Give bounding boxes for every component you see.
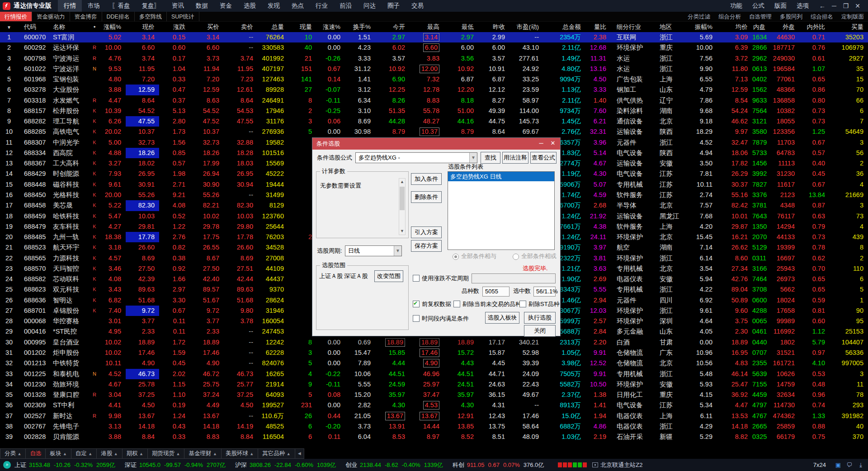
column-header[interactable]: 量比 (585, 22, 611, 32)
toolbar-link[interactable]: 定制版面 (837, 12, 868, 21)
table-row[interactable]: 5601968宝钢包装4.807.200.337.207.23127463141… (0, 74, 868, 85)
checkbox-updown-period[interactable]: 使用涨跌不定周期 (413, 275, 469, 282)
toolbar-link[interactable]: 综合排名 (807, 12, 837, 21)
checkbox-exclude-st[interactable]: 剔除ST品种 (519, 301, 560, 307)
condition-list-item[interactable]: 多空趋势线XG 日线 (448, 172, 554, 181)
index-quote[interactable]: 深证10545.0-99.57-0.94%2707亿 (125, 461, 229, 469)
monitor-icon[interactable]: ▣ (835, 462, 842, 468)
menu-item[interactable]: 资金 (214, 0, 238, 12)
tab-scroll-left-icon[interactable]: ◀ (295, 448, 304, 459)
message-icon[interactable]: 🗩 (846, 462, 853, 468)
toolbar-link[interactable]: 自选管理 (745, 12, 776, 21)
checkbox-forward-adjusted[interactable]: 前复权数据 (413, 301, 451, 307)
find-button[interactable]: 查找 (481, 152, 500, 164)
scroll-up-icon[interactable]: ▲ (399, 179, 405, 185)
menu-item[interactable]: 数据 (190, 0, 214, 12)
market-tab[interactable]: 基金理财 ▲ (184, 448, 221, 459)
quote-tab[interactable]: 行情报价 (0, 12, 32, 21)
column-header[interactable]: 总金额 (543, 22, 585, 32)
table-row[interactable]: 34001230劲旅环境4.6725.781.1525.7525.7721914… (0, 379, 868, 390)
menu-item[interactable]: 市场 (82, 0, 106, 12)
change-range-button[interactable]: 改变范围 (374, 270, 403, 282)
market-tab[interactable]: 自定 ▲ (71, 448, 97, 459)
table-row[interactable]: 35001328登康口腔R3.0437.251.1037.2437.256409… (0, 390, 868, 400)
market-tab[interactable]: 板块 ▲ (46, 448, 71, 459)
menu-item[interactable]: 复盘〗 (136, 0, 166, 12)
sort-caret-icon[interactable]: ▼ (7, 25, 11, 30)
toolbar-link[interactable]: 分类过滤 (684, 12, 714, 21)
column-header[interactable]: 买量 (830, 22, 868, 32)
menu-item[interactable]: 问达 (358, 0, 382, 12)
menu-item[interactable]: 发现 (262, 0, 286, 12)
column-header[interactable]: ▼ (0, 22, 18, 32)
checkbox-exclude-untraded[interactable]: 剔除当前未交易的品种 (453, 301, 521, 307)
view-formula-button[interactable]: 查看公式 (530, 152, 557, 164)
execute-button[interactable]: 执行选股 (524, 312, 556, 324)
quote-tab[interactable]: DDE排名 (102, 12, 135, 21)
market-tab[interactable]: 其它品种 ▲ (258, 448, 295, 459)
table-row[interactable]: 31001202炬申股份10.0217.461.5917.46--6222830… (0, 348, 868, 358)
scroll-down-icon[interactable]: ▼ (399, 228, 405, 235)
column-header[interactable]: 昨收 (478, 22, 509, 32)
market-tab[interactable]: 美股环球 ▲ (222, 448, 258, 459)
market-tab[interactable]: 期权 ▲ (123, 448, 148, 459)
close-icon[interactable]: ✕ (852, 0, 863, 12)
download-icon[interactable]: ⤓ (857, 462, 864, 469)
dialog-close-icon[interactable]: ✕ (547, 138, 558, 149)
market-tab[interactable]: 自选 (26, 448, 46, 459)
quote-tab[interactable]: 多空阵线 (135, 12, 167, 21)
menu-item[interactable]: 选项 (792, 0, 814, 12)
column-header[interactable]: 现价 (126, 22, 159, 32)
column-header[interactable]: 细分行业 (611, 22, 654, 32)
delete-condition-button[interactable]: 删除条件 (411, 191, 442, 203)
back-icon[interactable]: ← (816, 0, 828, 12)
table-row[interactable]: 10688285高铁电气K20.0210.371.7310.37--276936… (0, 127, 868, 137)
menu-item[interactable]: 行情 (58, 0, 82, 12)
server-status[interactable]: 北京联通主站Z2 (592, 461, 642, 469)
table-row[interactable]: 7603318水发燃气R4.478.640.378.638.642464918-… (0, 95, 868, 106)
table-row[interactable]: 4601022宁波远洋N9.5311.951.0411.9411.9540719… (0, 64, 868, 74)
dialog-title[interactable]: 条件选股 (312, 138, 560, 150)
table-row[interactable]: 30000995皇台酒业10.0218.891.7218.89--1224280… (0, 337, 868, 348)
usage-button[interactable]: 用法注释 (502, 152, 528, 164)
table-row[interactable]: 1600070ST富润5.023.140.153.14--76264100.00… (0, 32, 868, 42)
dialog-minimize-icon[interactable]: ─ (536, 138, 547, 149)
column-header[interactable]: 卖价 (224, 22, 258, 32)
column-header[interactable]: 均价 (717, 22, 752, 32)
column-header[interactable]: 名称 (47, 22, 89, 32)
column-header[interactable]: 振幅% (688, 22, 717, 32)
table-row[interactable]: 6603278大业股份3.8812.590.4712.5912.61899282… (0, 85, 868, 95)
menu-item[interactable]: 功能 (725, 0, 747, 12)
table-row[interactable]: 39002828贝肯能源3.888.840.338.838.8411650460… (0, 432, 868, 442)
column-header[interactable]: 涨幅% (100, 22, 126, 32)
table-row[interactable]: 38002767先锋电子3.1314.180.4314.1814.1948525… (0, 421, 868, 432)
market-tab[interactable]: 分类 ▲ (0, 448, 26, 459)
chevron-down-icon[interactable]: ▼ (394, 246, 401, 256)
table-row[interactable]: 36002309ST中利4.414.500.194.494.5019952723… (0, 400, 868, 410)
menu-item[interactable]: 版面 (769, 0, 792, 12)
close-button[interactable]: 关闭 (524, 325, 556, 337)
column-header[interactable]: 内外比 (799, 22, 830, 32)
species-count-field[interactable]: 5055 (482, 287, 509, 297)
add-condition-button[interactable]: 加入条件 (411, 173, 442, 185)
menu-item[interactable]: 资讯 (166, 0, 190, 12)
radio-all-or[interactable]: 全部条件相或 (513, 253, 557, 260)
column-header[interactable]: 代码 (18, 22, 47, 32)
column-header[interactable]: 市盈(动) (509, 22, 543, 32)
menu-item[interactable]: 热点 (286, 0, 310, 12)
period-select[interactable]: 日线 ▼ (345, 245, 402, 256)
column-header[interactable]: 换手% (345, 22, 375, 32)
table-row[interactable]: 37002527新时达R9.9813.671.2413.67--110.6万26… (0, 411, 868, 421)
select-to-block-button[interactable]: 选股入板块 (485, 312, 519, 324)
quote-source-icon[interactable]: » (3, 461, 11, 469)
selected-count-field[interactable]: 56/1.1% (533, 287, 556, 297)
column-header[interactable]: 地区 (654, 22, 688, 32)
menu-item[interactable]: 〖看盘 (106, 0, 136, 12)
column-header[interactable]: 涨速% (316, 22, 345, 32)
index-quote[interactable]: 科创911.050.670.07%376.0亿 (453, 461, 548, 469)
column-header[interactable]: • (89, 22, 100, 32)
column-header[interactable]: 今开 (375, 22, 410, 32)
market-tab[interactable]: 期货现货 ▲ (148, 448, 184, 459)
index-quote[interactable]: 沪深3808.26-22.84-0.60%1039亿 (235, 461, 340, 469)
toolbar-link[interactable]: 多股同列 (776, 12, 807, 21)
